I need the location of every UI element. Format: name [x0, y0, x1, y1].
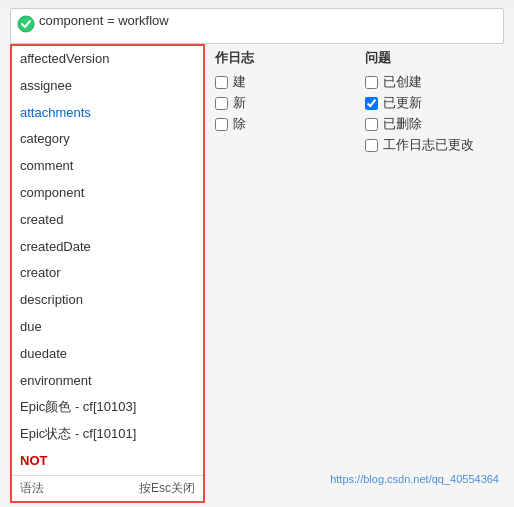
- worklog-label-0: 建: [233, 73, 246, 91]
- list-item[interactable]: created: [12, 207, 203, 234]
- list-item[interactable]: assignee: [12, 73, 203, 100]
- watermark: https://blog.csdn.net/qq_40554364: [330, 473, 499, 485]
- list-item[interactable]: comment: [12, 153, 203, 180]
- list-item[interactable]: environment: [12, 368, 203, 395]
- issue-checkbox-1[interactable]: [365, 97, 378, 110]
- content-row: affectedVersion assignee attachments cat…: [10, 44, 504, 503]
- worklog-checkbox-1[interactable]: [215, 97, 228, 110]
- issue-label-1: 已更新: [383, 94, 422, 112]
- worklog-header: 作日志: [215, 49, 355, 67]
- search-input[interactable]: [39, 13, 497, 28]
- right-panel: 作日志 建 新 除: [215, 44, 504, 503]
- issue-items: 已创建 已更新 已删除 工作日志已更改: [365, 73, 505, 154]
- list-item[interactable]: creator: [12, 260, 203, 287]
- right-columns: 作日志 建 新 除: [215, 49, 504, 154]
- close-label: 按Esc关闭: [139, 480, 195, 497]
- issue-label-0: 已创建: [383, 73, 422, 91]
- list-item[interactable]: Epic状态 - cf[10101]: [12, 421, 203, 448]
- list-item[interactable]: Epic颜色 - cf[10103]: [12, 394, 203, 421]
- search-area: [10, 8, 504, 44]
- worklog-column: 作日志 建 新 除: [215, 49, 355, 154]
- list-item[interactable]: category: [12, 126, 203, 153]
- worklog-item-2[interactable]: 除: [215, 115, 355, 133]
- issue-label-3: 工作日志已更改: [383, 136, 474, 154]
- issue-item-0[interactable]: 已创建: [365, 73, 505, 91]
- worklog-label-2: 除: [233, 115, 246, 133]
- worklog-checkbox-0[interactable]: [215, 76, 228, 89]
- worklog-items: 建 新 除: [215, 73, 355, 133]
- issue-item-2[interactable]: 已删除: [365, 115, 505, 133]
- list-item[interactable]: attachments: [12, 100, 203, 127]
- list-item[interactable]: description: [12, 287, 203, 314]
- worklog-label-1: 新: [233, 94, 246, 112]
- list-item[interactable]: due: [12, 314, 203, 341]
- main-container: affectedVersion assignee attachments cat…: [0, 8, 514, 507]
- list-item[interactable]: component: [12, 180, 203, 207]
- list-item-not[interactable]: NOT: [12, 448, 203, 475]
- list-item[interactable]: duedate: [12, 341, 203, 368]
- list-item[interactable]: createdDate: [12, 234, 203, 261]
- issue-checkbox-0[interactable]: [365, 76, 378, 89]
- worklog-checkbox-2[interactable]: [215, 118, 228, 131]
- issue-checkbox-2[interactable]: [365, 118, 378, 131]
- list-item[interactable]: affectedVersion: [12, 46, 203, 73]
- svg-point-0: [18, 16, 34, 32]
- issue-checkbox-3[interactable]: [365, 139, 378, 152]
- issue-label-2: 已删除: [383, 115, 422, 133]
- dropdown-footer: 语法 按Esc关闭: [12, 475, 203, 501]
- issue-item-3[interactable]: 工作日志已更改: [365, 136, 505, 154]
- worklog-item-0[interactable]: 建: [215, 73, 355, 91]
- worklog-item-1[interactable]: 新: [215, 94, 355, 112]
- check-circle-icon: [17, 15, 35, 33]
- issue-header: 问题: [365, 49, 505, 67]
- issue-item-1[interactable]: 已更新: [365, 94, 505, 112]
- syntax-label: 语法: [20, 480, 44, 497]
- issue-column: 问题 已创建 已更新 已删除: [365, 49, 505, 154]
- dropdown-list: affectedVersion assignee attachments cat…: [10, 44, 205, 503]
